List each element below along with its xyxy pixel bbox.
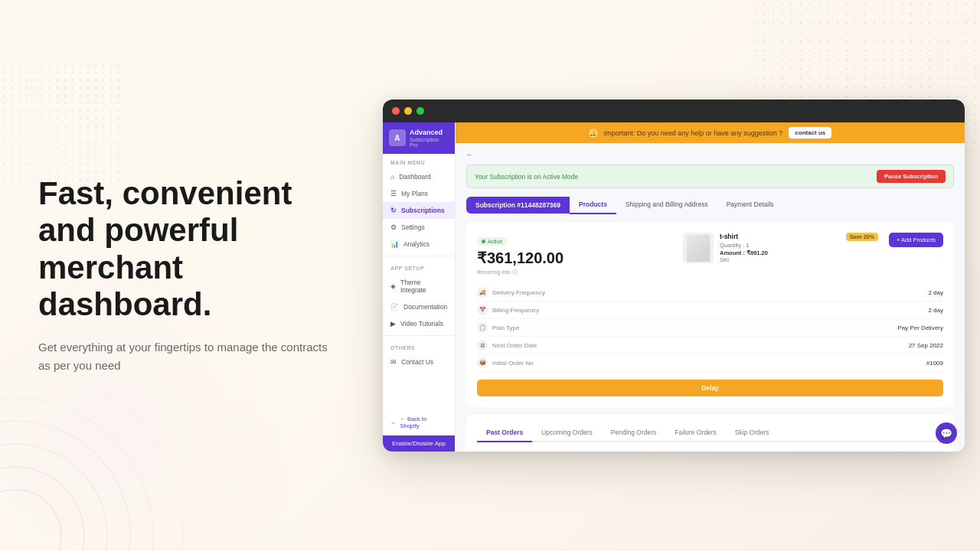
svg-point-0 bbox=[0, 490, 61, 551]
contact-icon: ✉ bbox=[390, 358, 397, 366]
billing-freq-icon: 📅 bbox=[477, 305, 488, 315]
orders-section: Past Orders Upcoming Orders Pending Orde… bbox=[466, 415, 954, 452]
delivery-freq-icon: 🚚 bbox=[477, 287, 488, 298]
sidebar-item-settings[interactable]: ⚙ Settings bbox=[383, 219, 455, 236]
order-tabs: Past Orders Upcoming Orders Pending Orde… bbox=[477, 424, 943, 442]
save-badge: Save 20% bbox=[846, 233, 878, 241]
billing-freq-value: 2 day bbox=[928, 307, 943, 314]
add-products-button[interactable]: + Add Products bbox=[889, 233, 943, 247]
detail-row-initial-order: 📦 Initial Order No #1009 bbox=[477, 354, 943, 372]
chat-bubble[interactable]: 💬 bbox=[936, 422, 957, 444]
notification-icon: 🔔 bbox=[589, 129, 598, 138]
back-to-shopify-label: ← Back to Shopify bbox=[400, 416, 448, 429]
traffic-light-yellow[interactable] bbox=[404, 107, 412, 115]
tab-upcoming-orders[interactable]: Upcoming Orders bbox=[532, 424, 602, 441]
sidebar-logo: A Advanced Subscription Pro bbox=[383, 122, 455, 154]
browser-window: A Advanced Subscription Pro MAIN MENU ⌂ … bbox=[383, 99, 965, 452]
detail-rows: 🚚 Delivery Frequency 2 day 📅 Billing Fre… bbox=[477, 284, 943, 372]
sidebar-item-myplans[interactable]: ☰ My Plans bbox=[383, 185, 455, 202]
contact-label: Contact Us bbox=[401, 358, 433, 366]
videos-icon: ▶ bbox=[390, 320, 396, 328]
logo-subtitle: Subscription Pro bbox=[410, 137, 449, 148]
dashboard-icon: ⌂ bbox=[390, 173, 394, 181]
docs-icon: 📄 bbox=[390, 303, 399, 311]
product-name: t-shirt bbox=[720, 233, 840, 240]
sidebar-item-theme[interactable]: ◈ Theme Integrate bbox=[383, 274, 455, 298]
pause-subscription-button[interactable]: Pause Subscription bbox=[877, 170, 946, 183]
back-button[interactable]: ← bbox=[466, 151, 954, 158]
sub-details-top: Active ₹361,120.00 Recurring Info ⓘ t-s bbox=[477, 233, 943, 276]
app-setup-label: APP SETUP bbox=[383, 259, 455, 274]
hero-section: Fast, convenient and powerful merchant d… bbox=[38, 175, 329, 375]
traffic-light-red[interactable] bbox=[392, 107, 400, 115]
svg-point-2 bbox=[0, 444, 107, 551]
active-mode-text: Your Subscription is on Active Mode bbox=[475, 173, 578, 181]
sidebar-item-videos[interactable]: ▶ Video Tutorials bbox=[383, 315, 455, 332]
next-order-label: Next Order Date bbox=[492, 342, 909, 349]
enable-disable-label: Enable/Disable App bbox=[392, 440, 446, 447]
tab-failure-orders[interactable]: Failure Orders bbox=[665, 424, 725, 441]
subscription-tabs: Subscription #11448287369 Products Shipp… bbox=[466, 196, 954, 214]
sidebar-item-dashboard[interactable]: ⌂ Dashboard bbox=[383, 168, 455, 185]
back-icon: ← bbox=[466, 151, 473, 158]
notification-bar: 🔔 Important: Do you need any help or hav… bbox=[456, 122, 965, 143]
svg-point-5 bbox=[0, 367, 184, 551]
recurring-info: Recurring Info ⓘ bbox=[477, 269, 672, 276]
plan-type-label: Plan Type bbox=[492, 324, 897, 331]
sidebar-item-analytics[interactable]: 📊 Analytics bbox=[383, 236, 455, 253]
delivery-freq-label: Delivery Frequency bbox=[492, 289, 928, 296]
product-info: t-shirt Quantity : 1 Amount : ₹861.20 SK… bbox=[720, 233, 840, 264]
initial-order-value: #1009 bbox=[926, 360, 943, 367]
initial-order-icon: 📦 bbox=[477, 357, 488, 368]
sidebar-item-docs[interactable]: 📄 Documentation bbox=[383, 298, 455, 315]
amount-section: Active ₹361,120.00 Recurring Info ⓘ bbox=[477, 233, 672, 276]
sidebar-item-subscriptions[interactable]: ↻ Subscriptions bbox=[383, 202, 455, 219]
billing-freq-label: Billing Frequency bbox=[492, 307, 928, 314]
delivery-freq-value: 2 day bbox=[928, 289, 943, 296]
logo-name: Advanced bbox=[410, 129, 449, 137]
tab-past-orders[interactable]: Past Orders bbox=[477, 424, 532, 442]
product-amount: Amount : ₹861.20 bbox=[720, 249, 840, 256]
main-heading: Fast, convenient and powerful merchant d… bbox=[38, 175, 329, 323]
product-quantity: Quantity : 1 bbox=[720, 242, 840, 249]
videos-label: Video Tutorials bbox=[400, 320, 443, 328]
subscription-id-tab[interactable]: Subscription #11448287369 bbox=[466, 197, 570, 214]
product-section: t-shirt Quantity : 1 Amount : ₹861.20 SK… bbox=[683, 233, 878, 264]
order-row-1011: Order Number #1011 Order Date 25 Sep 202… bbox=[477, 450, 943, 452]
plan-type-icon: 📋 bbox=[477, 322, 488, 333]
enable-disable-bar[interactable]: Enable/Disable App bbox=[383, 435, 455, 452]
subscription-area: ← Your Subscription is on Active Mode Pa… bbox=[456, 143, 965, 452]
theme-icon: ◈ bbox=[390, 282, 396, 290]
subscriptions-icon: ↻ bbox=[390, 207, 397, 214]
app-container: A Advanced Subscription Pro MAIN MENU ⌂ … bbox=[383, 122, 965, 452]
sidebar-item-contact[interactable]: ✉ Contact Us bbox=[383, 354, 455, 370]
detail-row-plan-type: 📋 Plan Type Pay Per Delivery bbox=[477, 319, 943, 337]
delay-button[interactable]: Delay bbox=[477, 380, 943, 396]
tab-pending-orders[interactable]: Pending Orders bbox=[602, 424, 666, 441]
docs-label: Documentation bbox=[403, 303, 447, 311]
tab-skip-orders[interactable]: Skip Orders bbox=[726, 424, 779, 441]
bell-icon: 🔔 bbox=[590, 130, 596, 136]
sub-text: Get everything at your fingertips to man… bbox=[38, 339, 329, 376]
dashboard-label: Dashboard bbox=[399, 173, 431, 181]
myplans-icon: ☰ bbox=[390, 190, 397, 197]
tab-products[interactable]: Products bbox=[570, 196, 616, 214]
active-mode-bar: Your Subscription is on Active Mode Paus… bbox=[466, 165, 954, 188]
analytics-label: Analytics bbox=[403, 240, 430, 248]
traffic-light-green[interactable] bbox=[416, 107, 424, 115]
tab-payment[interactable]: Payment Details bbox=[717, 196, 783, 214]
product-image bbox=[683, 233, 714, 263]
detail-row-next-order: 🗓 Next Order Date 27 Sep 2022 bbox=[477, 337, 943, 354]
contact-us-button[interactable]: contact us bbox=[789, 127, 831, 139]
back-to-shopify[interactable]: ← ← Back to Shopify bbox=[383, 409, 455, 435]
svg-point-3 bbox=[0, 421, 130, 551]
notification-text: Important: Do you need any help or have … bbox=[604, 129, 783, 137]
theme-label: Theme Integrate bbox=[400, 279, 447, 294]
tab-shipping[interactable]: Shipping and Billing Address bbox=[616, 196, 717, 214]
logo-text-block: Advanced Subscription Pro bbox=[410, 129, 449, 148]
main-content: 🔔 Important: Do you need any help or hav… bbox=[456, 122, 965, 452]
detail-row-delivery-freq: 🚚 Delivery Frequency 2 day bbox=[477, 284, 943, 302]
sidebar-divider-1 bbox=[383, 256, 455, 256]
sidebar-divider-2 bbox=[383, 335, 455, 336]
settings-label: Settings bbox=[401, 223, 425, 231]
